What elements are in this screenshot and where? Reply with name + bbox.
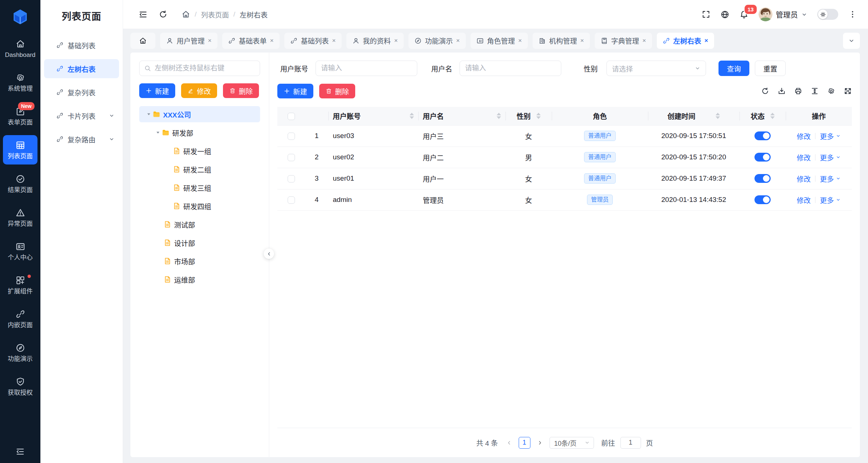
row-checkbox[interactable] — [288, 175, 295, 182]
row-height-button[interactable] — [811, 87, 819, 95]
rail-item-dashboard[interactable]: Dashboard — [3, 34, 37, 63]
tab-tree-table[interactable]: 左树右表 × — [657, 33, 714, 49]
tree-node-rd-dept[interactable]: 研发部 — [139, 124, 260, 141]
tab-close-icon[interactable]: × — [642, 37, 646, 44]
delete-rows-button[interactable]: 删除 — [319, 84, 355, 98]
tree-node-rd-group3[interactable]: 研发三组 — [139, 180, 260, 196]
tab-close-icon[interactable]: × — [456, 37, 460, 44]
gender-select[interactable]: 请选择 — [606, 61, 706, 76]
user-menu[interactable]: 管理员 — [759, 7, 807, 21]
next-page-button[interactable] — [536, 440, 544, 446]
header-account[interactable]: 用户账号 — [328, 107, 418, 125]
tab-close-icon[interactable]: × — [270, 37, 274, 44]
sidebar-item-card-list[interactable]: 卡片列表 — [44, 106, 119, 125]
sort-icons[interactable] — [410, 113, 414, 119]
tabs-dropdown-button[interactable] — [843, 33, 860, 49]
tree-create-button[interactable]: 新建 — [139, 83, 175, 98]
tab-close-icon[interactable]: × — [208, 37, 212, 44]
edit-row-link[interactable]: 修改 — [797, 195, 811, 205]
tree-node-ops-dept[interactable]: 运维部 — [139, 271, 260, 287]
tree-delete-button[interactable]: 删除 — [223, 83, 259, 98]
header-gender[interactable]: 性别 — [505, 107, 552, 125]
sort-icons[interactable] — [536, 113, 541, 119]
tab-close-icon[interactable]: × — [518, 37, 522, 44]
rail-item-demos[interactable]: 功能演示 — [3, 338, 37, 367]
header-name[interactable]: 用户名 — [418, 107, 505, 125]
panel-collapse-handle[interactable] — [264, 249, 274, 259]
sidebar-item-basic-list[interactable]: 基础列表 — [44, 36, 119, 55]
sort-icons[interactable] — [497, 113, 501, 119]
search-button[interactable]: 查询 — [718, 61, 749, 76]
tab-close-icon[interactable]: × — [580, 37, 584, 44]
more-actions-link[interactable]: 更多 — [820, 152, 841, 162]
rail-item-license[interactable]: 获取授权 — [3, 372, 37, 401]
header-status[interactable]: 状态 — [739, 107, 786, 125]
select-all-checkbox[interactable] — [288, 113, 295, 120]
edit-row-link[interactable]: 修改 — [797, 174, 811, 184]
rail-item-embedded[interactable]: 内嵌页面 — [3, 304, 37, 333]
tree-edit-button[interactable]: 修改 — [181, 83, 217, 98]
row-checkbox[interactable] — [288, 154, 295, 161]
goto-page-input[interactable] — [620, 437, 641, 449]
refresh-page-button[interactable] — [159, 10, 168, 19]
tab-basic-form[interactable]: 基础表单 × — [222, 33, 280, 49]
breadcrumb-home[interactable] — [181, 10, 190, 19]
tree-node-design-dept[interactable]: 设计部 — [139, 235, 260, 251]
tree-node-company[interactable]: XXX公司 — [139, 106, 260, 122]
page-number-button[interactable]: 1 — [519, 437, 530, 449]
create-row-button[interactable]: 新建 — [277, 84, 313, 98]
prev-page-button[interactable] — [505, 440, 514, 446]
rail-item-lists[interactable]: 列表页面 — [3, 135, 37, 164]
status-toggle[interactable] — [754, 153, 771, 162]
reset-button[interactable]: 重置 — [755, 61, 786, 76]
sort-icons[interactable] — [770, 113, 775, 119]
status-toggle[interactable] — [754, 174, 771, 183]
caret-down-icon[interactable] — [145, 112, 152, 117]
tab-close-icon[interactable]: × — [332, 37, 336, 44]
rail-collapse-button[interactable] — [15, 440, 25, 463]
menu-fold-button[interactable] — [138, 10, 148, 19]
tab-basic-list[interactable]: 基础列表 × — [284, 33, 342, 49]
tree-node-marketing-dept[interactable]: 市场部 — [139, 253, 260, 269]
name-input[interactable] — [465, 64, 556, 72]
status-toggle[interactable] — [754, 131, 771, 140]
theme-toggle[interactable] — [817, 9, 838, 20]
table-fullscreen-button[interactable] — [844, 87, 852, 95]
tab-close-icon[interactable]: × — [394, 37, 398, 44]
breadcrumb-item[interactable]: 列表页面 — [201, 10, 229, 19]
column-settings-button[interactable] — [827, 87, 835, 95]
caret-down-icon[interactable] — [154, 130, 162, 135]
rail-item-exceptions[interactable]: 异常页面 — [3, 203, 37, 232]
row-checkbox[interactable] — [288, 196, 295, 204]
tab-close-icon[interactable]: × — [705, 37, 708, 44]
tree-node-test-dept[interactable]: 测试部 — [139, 216, 260, 232]
tab-my-profile[interactable]: 我的资料 × — [346, 33, 404, 49]
tree-search-input[interactable] — [155, 64, 255, 72]
export-button[interactable] — [778, 87, 786, 95]
edit-row-link[interactable]: 修改 — [797, 131, 811, 141]
tree-node-rd-group4[interactable]: 研发四组 — [139, 198, 260, 214]
account-input[interactable] — [321, 64, 412, 72]
page-size-select[interactable]: 10条/页 — [550, 437, 594, 449]
language-button[interactable] — [720, 10, 730, 19]
print-button[interactable] — [794, 87, 802, 95]
tree-node-rd-group2[interactable]: 研发二组 — [139, 161, 260, 177]
fullscreen-button[interactable] — [702, 10, 710, 19]
more-actions-link[interactable]: 更多 — [820, 174, 841, 184]
edit-row-link[interactable]: 修改 — [797, 152, 811, 162]
tab-dict-management[interactable]: 字典管理 × — [595, 33, 652, 49]
more-menu-button[interactable] — [848, 10, 857, 19]
notifications-button[interactable]: 13 — [739, 10, 749, 19]
tab-role-management[interactable]: 角色管理 × — [471, 33, 528, 49]
rail-item-forms[interactable]: New 表单页面 — [3, 101, 37, 131]
rail-item-results[interactable]: 结果页面 — [3, 169, 37, 198]
rail-item-profile[interactable]: 个人中心 — [3, 236, 37, 266]
tab-org-management[interactable]: 机构管理 × — [533, 33, 590, 49]
header-created[interactable]: 创建时间 — [648, 107, 739, 125]
rail-item-extensions[interactable]: 扩展组件 — [3, 270, 37, 300]
tab-feature-demo[interactable]: 功能演示 × — [408, 33, 466, 49]
sort-icons[interactable] — [716, 113, 720, 119]
sidebar-item-complex-route[interactable]: 复杂路由 — [44, 130, 119, 149]
tree-node-rd-group1[interactable]: 研发一组 — [139, 143, 260, 159]
tab-user-management[interactable]: 用户管理 × — [160, 33, 217, 49]
